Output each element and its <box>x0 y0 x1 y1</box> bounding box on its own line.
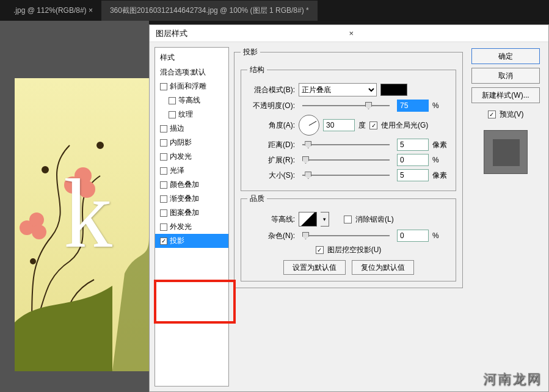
style-item-label: 投影 <box>170 236 184 246</box>
style-checkbox[interactable] <box>160 181 167 189</box>
spread-input[interactable] <box>397 154 429 166</box>
blend-mode-select[interactable]: 正片叠底 <box>299 83 377 96</box>
style-checkbox[interactable] <box>160 209 167 217</box>
spread-slider[interactable] <box>302 159 390 161</box>
style-item-label: 内发光 <box>170 151 192 162</box>
document-tabs: .jpg @ 112%(RGB/8#) × 360截图2016031214464… <box>0 0 549 21</box>
effect-settings: 投影 结构 混合模式(B): 正片叠底 不透明度(O): % <box>234 47 463 387</box>
size-slider[interactable] <box>302 175 390 176</box>
blend-mode-label: 混合模式(B): <box>247 85 295 95</box>
shadow-fieldset: 投影 结构 混合模式(B): 正片叠底 不透明度(O): % <box>234 47 463 288</box>
knockout-checkbox[interactable] <box>316 246 324 254</box>
cancel-button[interactable]: 取消 <box>471 68 540 84</box>
size-input[interactable] <box>397 169 429 181</box>
style-item-label: 斜面和浮雕 <box>170 81 206 92</box>
structure-legend: 结构 <box>247 65 267 75</box>
noise-slider[interactable] <box>302 235 390 236</box>
style-item-颜色叠加[interactable]: 颜色叠加 <box>155 178 228 192</box>
antialias-checkbox[interactable] <box>344 216 352 223</box>
preview-checkbox[interactable] <box>488 111 496 118</box>
layer-style-dialog: 图层样式 × 样式 混合选项:默认 斜面和浮雕等高线纹理描边内阴影内发光光泽颜色… <box>149 24 549 392</box>
style-item-label: 描边 <box>170 123 184 134</box>
angle-dial[interactable] <box>299 115 319 136</box>
tab-doc-1[interactable]: .jpg @ 112%(RGB/8#) × <box>5 1 101 20</box>
dialog-titlebar[interactable]: 图层样式 × <box>150 25 548 42</box>
style-checkbox[interactable] <box>160 238 167 245</box>
style-item-渐变叠加[interactable]: 渐变叠加 <box>155 192 228 206</box>
style-item-外发光[interactable]: 外发光 <box>155 220 228 234</box>
watermark-text: 河南龙网 <box>483 370 542 388</box>
style-checkbox[interactable] <box>160 83 167 90</box>
preview-label: 预览(V) <box>500 109 524 120</box>
dialog-title-text: 图层样式 <box>156 28 349 39</box>
svg-point-2 <box>31 259 35 264</box>
style-item-内阴影[interactable]: 内阴影 <box>155 136 228 150</box>
noise-input[interactable] <box>397 230 429 242</box>
style-checkbox[interactable] <box>169 111 176 118</box>
style-checkbox[interactable] <box>160 223 167 231</box>
text-layer-k: k <box>64 158 112 270</box>
contour-dropdown-icon[interactable]: ▾ <box>321 212 329 227</box>
canvas-area: k <box>0 21 149 392</box>
style-item-斜面和浮雕[interactable]: 斜面和浮雕 <box>155 79 228 93</box>
style-checkbox[interactable] <box>160 195 167 203</box>
style-item-内发光[interactable]: 内发光 <box>155 150 228 164</box>
style-item-投影[interactable]: 投影 <box>155 234 228 248</box>
style-item-label: 颜色叠加 <box>170 180 199 190</box>
style-item-label: 纹理 <box>178 109 193 120</box>
opacity-unit: % <box>432 101 449 110</box>
distance-input[interactable] <box>397 139 429 151</box>
distance-slider[interactable] <box>302 144 390 145</box>
global-light-checkbox[interactable] <box>369 122 377 129</box>
svg-point-8 <box>32 225 46 239</box>
style-item-描边[interactable]: 描边 <box>155 122 228 136</box>
svg-point-0 <box>42 167 48 173</box>
tab-doc-2[interactable]: 360截图20160312144642734.jpg @ 100% (图层 1 … <box>101 1 318 21</box>
dialog-buttons: 确定 取消 新建样式(W)... 预览(V) <box>468 47 544 387</box>
size-label: 大小(S): <box>247 170 295 181</box>
spread-unit: % <box>432 156 449 164</box>
knockout-label: 图层挖空投影(U) <box>327 245 382 255</box>
style-item-等高线[interactable]: 等高线 <box>155 93 228 107</box>
style-item-label: 内阴影 <box>170 137 192 148</box>
ok-button[interactable]: 确定 <box>471 48 540 64</box>
style-checkbox[interactable] <box>160 139 167 147</box>
angle-unit: 度 <box>358 120 366 131</box>
spread-label: 扩展(R): <box>247 155 295 165</box>
opacity-slider[interactable] <box>302 105 390 106</box>
style-checkbox[interactable] <box>160 125 167 132</box>
contour-picker[interactable] <box>299 212 317 227</box>
opacity-label: 不透明度(O): <box>247 101 295 111</box>
style-checkbox[interactable] <box>169 97 176 104</box>
set-default-button[interactable]: 设置为默认值 <box>283 260 346 275</box>
close-icon[interactable]: × <box>349 29 543 38</box>
shadow-legend: 投影 <box>241 47 260 57</box>
shadow-color-swatch[interactable] <box>380 84 407 96</box>
style-item-label: 等高线 <box>178 95 200 106</box>
style-checkbox[interactable] <box>160 153 167 161</box>
style-item-图案叠加[interactable]: 图案叠加 <box>155 206 228 220</box>
structure-fieldset: 结构 混合模式(B): 正片叠底 不透明度(O): % 角度(A): <box>241 65 456 191</box>
angle-label: 角度(A): <box>247 120 295 131</box>
style-item-label: 外发光 <box>170 222 192 232</box>
noise-label: 杂色(N): <box>247 231 295 241</box>
reset-default-button[interactable]: 复位为默认值 <box>352 260 414 275</box>
styles-header[interactable]: 样式 <box>155 51 228 65</box>
opacity-input[interactable] <box>397 100 429 112</box>
svg-point-1 <box>97 142 103 148</box>
noise-unit: % <box>432 231 449 240</box>
style-item-纹理[interactable]: 纹理 <box>155 107 228 122</box>
new-style-button[interactable]: 新建样式(W)... <box>471 87 540 103</box>
blend-options-default[interactable]: 混合选项:默认 <box>155 65 228 79</box>
canvas[interactable]: k <box>15 78 149 371</box>
style-checkbox[interactable] <box>160 167 167 175</box>
style-item-label: 图案叠加 <box>170 208 199 218</box>
style-item-光泽[interactable]: 光泽 <box>155 164 228 178</box>
size-unit: 像素 <box>432 170 449 181</box>
angle-input[interactable] <box>323 119 355 131</box>
style-item-label: 光泽 <box>170 165 184 176</box>
styles-list: 样式 混合选项:默认 斜面和浮雕等高线纹理描边内阴影内发光光泽颜色叠加渐变叠加图… <box>155 47 229 387</box>
global-light-label: 使用全局光(G) <box>381 120 428 131</box>
distance-unit: 像素 <box>432 140 449 150</box>
contour-label: 等高线: <box>247 214 295 225</box>
